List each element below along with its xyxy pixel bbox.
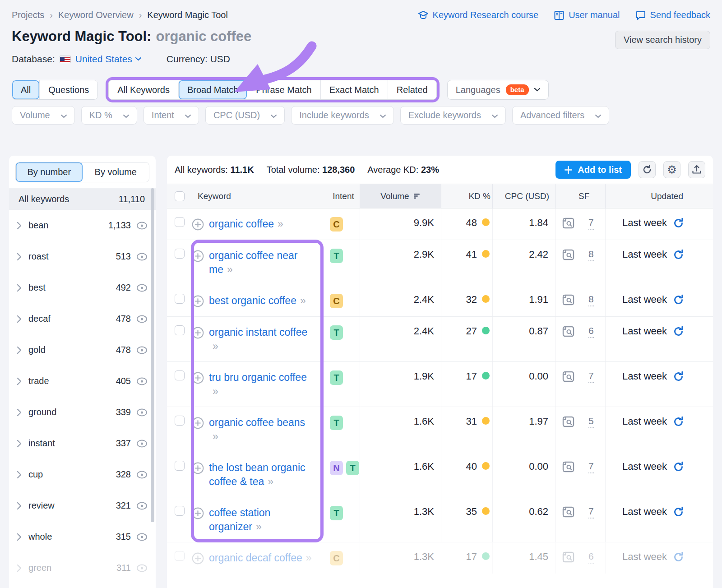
refresh-icon[interactable]: [673, 217, 684, 231]
sf-count-link[interactable]: 7: [588, 217, 594, 230]
column-header-updated[interactable]: Updated: [605, 184, 713, 208]
keyword-link[interactable]: coffee stationorganizer»: [209, 506, 270, 534]
eye-icon[interactable]: [136, 377, 148, 385]
serp-icon[interactable]: [562, 506, 574, 518]
serp-icon[interactable]: [562, 326, 574, 337]
chevron-right-icon[interactable]: [17, 408, 22, 417]
keyword-link[interactable]: organic coffee»: [209, 217, 282, 231]
serp-icon[interactable]: [562, 249, 574, 260]
table-settings-button[interactable]: ⚙: [663, 161, 680, 178]
column-header-keyword[interactable]: Keyword: [192, 184, 327, 208]
serp-icon[interactable]: [562, 461, 574, 472]
sidebar-group-gold[interactable]: gold478: [9, 334, 156, 366]
sidebar-scrollbar[interactable]: [151, 188, 154, 522]
eye-icon[interactable]: [136, 315, 148, 323]
eye-icon[interactable]: [136, 346, 148, 354]
eye-icon[interactable]: [136, 222, 148, 230]
sidebar-group-ground[interactable]: ground339: [9, 397, 156, 428]
tab-questions[interactable]: Questions: [39, 80, 97, 99]
add-keyword-icon[interactable]: [192, 507, 204, 519]
expand-keyword-icon[interactable]: »: [268, 476, 273, 487]
serp-icon[interactable]: [562, 218, 574, 229]
expand-keyword-icon[interactable]: »: [213, 385, 218, 397]
breadcrumb-item[interactable]: Keyword Magic Tool: [147, 10, 228, 20]
add-keyword-icon[interactable]: [192, 462, 204, 474]
column-header-volume[interactable]: Volume: [360, 184, 441, 208]
column-header-cpc-usd-[interactable]: CPC (USD): [492, 184, 555, 208]
expand-keyword-icon[interactable]: »: [278, 218, 282, 230]
sidebar-group-cup[interactable]: cup328: [9, 459, 156, 490]
add-keyword-icon[interactable]: [192, 372, 204, 384]
keyword-link[interactable]: the lost bean organiccoffee & tea»: [209, 461, 305, 489]
refresh-icon[interactable]: [673, 551, 684, 565]
breadcrumb-item[interactable]: Projects: [12, 10, 44, 20]
row-checkbox[interactable]: [175, 506, 185, 516]
sidebar-group-bean[interactable]: bean1,133: [9, 210, 156, 241]
row-checkbox[interactable]: [175, 551, 185, 561]
chevron-right-icon[interactable]: [17, 502, 22, 510]
eye-icon[interactable]: [136, 533, 148, 541]
eye-icon[interactable]: [136, 408, 148, 417]
expand-keyword-icon[interactable]: »: [306, 552, 311, 564]
sort-descending-icon[interactable]: [413, 193, 421, 199]
chevron-right-icon[interactable]: [17, 377, 22, 385]
keyword-link[interactable]: organic coffee nearme»: [209, 249, 298, 277]
sf-count-link[interactable]: 6: [588, 551, 594, 564]
refresh-icon[interactable]: [673, 416, 684, 444]
filter-intent[interactable]: Intent: [143, 106, 199, 125]
serp-icon[interactable]: [562, 294, 574, 306]
eye-icon[interactable]: [136, 284, 148, 292]
eye-icon[interactable]: [136, 471, 148, 479]
tab-phrase-match[interactable]: Phrase Match: [247, 80, 320, 99]
sf-count-link[interactable]: 7: [588, 370, 594, 383]
sidebar-group-review[interactable]: review321: [9, 490, 156, 521]
chevron-right-icon[interactable]: [17, 315, 22, 323]
column-header-sf[interactable]: SF: [555, 184, 605, 208]
keyword-link[interactable]: best organic coffee»: [209, 294, 305, 308]
sf-count-link[interactable]: 8: [588, 249, 594, 261]
row-checkbox[interactable]: [175, 294, 185, 304]
sidebar-group-trade[interactable]: trade405: [9, 366, 156, 397]
sidebar-tab-by-number[interactable]: By number: [16, 162, 83, 182]
filter-advanced-filters[interactable]: Advanced filters: [512, 106, 609, 125]
add-keyword-icon[interactable]: [192, 295, 204, 307]
tab-all[interactable]: All: [12, 80, 39, 99]
refresh-table-button[interactable]: [639, 161, 656, 178]
sidebar-group-roast[interactable]: roast513: [9, 241, 156, 272]
filter-kd-[interactable]: KD %: [81, 106, 137, 125]
expand-keyword-icon[interactable]: »: [227, 264, 232, 275]
expand-keyword-icon[interactable]: »: [300, 295, 305, 306]
add-keyword-icon[interactable]: [192, 218, 204, 231]
row-checkbox[interactable]: [175, 249, 185, 259]
row-checkbox[interactable]: [175, 325, 185, 335]
chevron-right-icon[interactable]: [17, 471, 22, 479]
eye-icon[interactable]: [136, 440, 148, 448]
eye-icon[interactable]: [136, 253, 148, 261]
chevron-right-icon[interactable]: [17, 564, 22, 572]
export-button[interactable]: [688, 161, 705, 178]
sf-count-link[interactable]: 5: [588, 416, 594, 428]
chevron-right-icon[interactable]: [17, 533, 22, 541]
refresh-icon[interactable]: [673, 506, 684, 534]
chevron-right-icon[interactable]: [17, 284, 22, 292]
tab-exact-match[interactable]: Exact Match: [320, 80, 388, 99]
header-link-user-manual[interactable]: User manual: [554, 10, 620, 20]
sidebar-group-whole[interactable]: whole315: [9, 521, 156, 552]
eye-icon[interactable]: [136, 502, 148, 510]
row-checkbox[interactable]: [175, 370, 185, 380]
expand-keyword-icon[interactable]: »: [213, 431, 218, 442]
sf-count-link[interactable]: 8: [588, 294, 594, 306]
column-header-kd-%[interactable]: KD %: [441, 184, 492, 208]
header-link-keyword-research-course[interactable]: Keyword Research course: [418, 10, 539, 20]
serp-icon[interactable]: [562, 416, 574, 427]
sidebar-tab-by-volume[interactable]: By volume: [83, 162, 149, 182]
add-keyword-icon[interactable]: [192, 327, 204, 339]
expand-keyword-icon[interactable]: »: [256, 521, 261, 532]
serp-icon[interactable]: [562, 371, 574, 382]
expand-keyword-icon[interactable]: »: [213, 340, 218, 352]
sf-count-link[interactable]: 7: [588, 461, 594, 473]
serp-icon[interactable]: [562, 551, 574, 563]
row-checkbox[interactable]: [175, 461, 185, 471]
sidebar-group-decaf[interactable]: decaf478: [9, 303, 156, 334]
refresh-icon[interactable]: [673, 461, 684, 489]
